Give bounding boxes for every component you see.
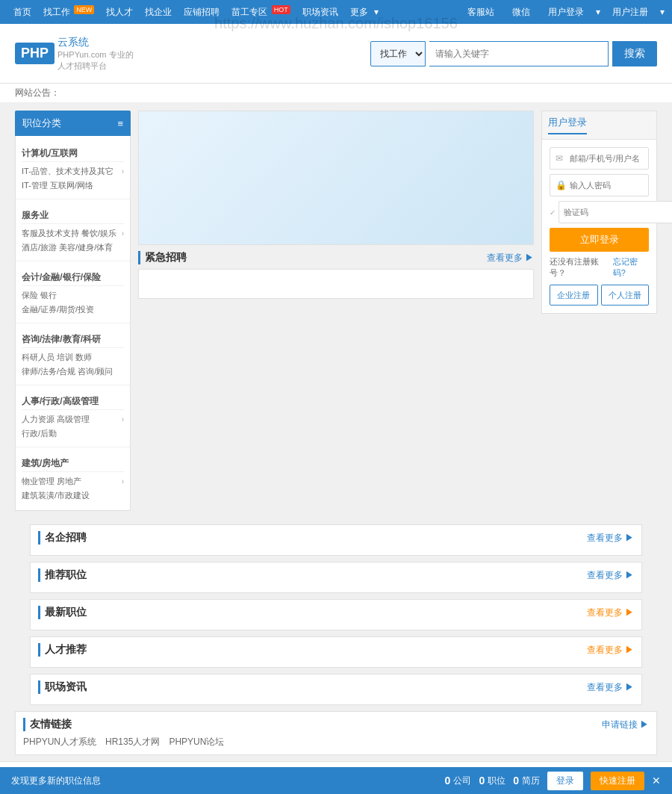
friends-title: 友情链接 xyxy=(23,718,72,731)
search-button[interactable]: 搜索 xyxy=(612,41,657,66)
urgent-more-link[interactable]: 查看更多 ▶ xyxy=(487,252,534,264)
personal-register-button[interactable]: 个人注册 xyxy=(601,285,650,305)
nav-customer-service[interactable]: 客服站 xyxy=(467,6,494,19)
logo-image: PHP 云系统 PHPYun.com 专业的人才招聘平台 xyxy=(15,35,134,72)
stat-resume: 0 简历 xyxy=(513,775,540,787)
workplace-more-link[interactable]: 查看更多 ▶ xyxy=(587,681,634,694)
talent-title: 人才推荐 xyxy=(38,643,87,657)
login-title-text: 用户登录 xyxy=(548,116,587,134)
nav-store-recruit[interactable]: 应铺招聘 xyxy=(184,6,220,19)
captcha-row: ✓ 4¹³⁷ 换一换？ xyxy=(550,201,649,223)
main-content: 职位分类 ≡ 计算机/互联网 IT-品管、技术支持及其它 › IT-管理 互联网… xyxy=(0,103,672,518)
latest-title: 最新职位 xyxy=(38,606,87,619)
cat-group-hr: 人事/行政/高级管理 人力资源 高级管理 › 行政/后勤 xyxy=(16,388,130,444)
banner-area xyxy=(138,111,534,245)
nav-worker-zone[interactable]: 苗工专区 HOT xyxy=(231,6,290,19)
nav-find-company[interactable]: 找企业 xyxy=(145,6,172,19)
top-navigation: 首页 找工作 NEW 找人才 找企业 应铺招聘 苗工专区 HOT 职场资讯 更多… xyxy=(0,0,672,24)
cat-title-finance: 会计/金融/银行/保险 xyxy=(22,269,124,286)
cat-title-real-estate: 建筑/房地产 xyxy=(22,455,124,472)
cat-item-re-2[interactable]: 建筑装潢/市政建设 xyxy=(22,489,124,503)
cat-item-consult-2[interactable]: 律师/法务/合规 咨询/顾问 xyxy=(22,365,124,379)
center-column: 紧急招聘 查看更多 ▶ xyxy=(138,111,534,511)
header: PHP 云系统 PHPYun.com 专业的人才招聘平台 找工作 找人才 搜索 xyxy=(0,24,672,84)
bottom-bar-text: 发现更多新的职位信息 xyxy=(11,775,438,787)
stat-company-label: 公司 xyxy=(453,775,471,787)
logo-php: PHP xyxy=(15,43,55,64)
talent-section: 人才推荐 查看更多 ▶ xyxy=(30,636,642,668)
logo-site: PHPYun.com 专业的人才招聘平台 xyxy=(57,49,134,72)
workplace-title: 职场资讯 xyxy=(38,680,87,694)
nav-workplace-news[interactable]: 职场资讯 xyxy=(302,6,338,19)
cat-arrow-icon-2: › xyxy=(122,229,124,238)
stat-resume-num: 0 xyxy=(513,775,519,787)
cat-title-hr: 人事/行政/高级管理 xyxy=(22,393,124,410)
forgot-password-link[interactable]: 忘记密码? xyxy=(613,256,649,279)
latest-more-link[interactable]: 查看更多 ▶ xyxy=(587,607,634,619)
bottom-register-button[interactable]: 快速注册 xyxy=(591,772,644,790)
friend-link-phpyun[interactable]: PHPYUN人才系统 xyxy=(23,736,96,748)
recommended-more-link[interactable]: 查看更多 ▶ xyxy=(587,569,634,582)
badge-new: NEW xyxy=(74,5,94,14)
friend-link-phpyun-forum[interactable]: PHPYUN论坛 xyxy=(169,736,224,748)
stat-jobs: 0 职位 xyxy=(479,775,505,787)
nav-right: 客服站 微信 用户登录▾ 用户注册▾ xyxy=(461,6,665,19)
cat-group-real-estate: 建筑/房地产 物业管理 房地产 › 建筑装潢/市政建设 xyxy=(16,450,130,506)
cat-item-it-1[interactable]: IT-品管、技术支持及其它 › xyxy=(22,164,124,179)
sidebar-menu-icon[interactable]: ≡ xyxy=(117,118,123,129)
cat-item-hr-1[interactable]: 人力资源 高级管理 › xyxy=(22,412,124,427)
badge-hot: HOT xyxy=(272,5,290,14)
talent-more-link[interactable]: 查看更多 ▶ xyxy=(587,644,634,657)
cat-item-re-1[interactable]: 物业管理 房地产 › xyxy=(22,474,124,489)
cat-item-consult-1[interactable]: 科研人员 培训 数师 xyxy=(22,350,124,365)
cat-item-service-2[interactable]: 酒店/旅游 美容/健身/体育 xyxy=(22,241,124,255)
username-group: ✉ xyxy=(550,147,649,170)
cat-item-service-1[interactable]: 客服及技术支持 餐饮/娱乐 › xyxy=(22,226,124,241)
username-input[interactable] xyxy=(550,147,649,170)
famous-more-link[interactable]: 查看更多 ▶ xyxy=(587,532,634,545)
nav-find-talent[interactable]: 找人才 xyxy=(106,6,133,19)
recommended-title: 推荐职位 xyxy=(38,568,87,582)
cat-divider-2 xyxy=(16,261,130,261)
right-column: 用户登录 ✉ 🔒 ✓ 4¹³⁷ 换一换？ 立即登录 xyxy=(541,111,657,511)
search-type-select[interactable]: 找工作 找人才 xyxy=(370,41,426,66)
nav-user-login[interactable]: 用户登录 xyxy=(548,6,584,19)
cat-item-finance-1[interactable]: 保险 银行 xyxy=(22,288,124,303)
stat-jobs-num: 0 xyxy=(479,775,485,787)
cat-item-hr-2[interactable]: 行政/后勤 xyxy=(22,427,124,441)
sidebar-header: 职位分类 ≡ xyxy=(15,111,131,136)
search-bar: 找工作 找人才 搜索 xyxy=(370,41,657,66)
cat-divider-3 xyxy=(16,323,130,323)
famous-title: 名企招聘 xyxy=(38,531,87,545)
sidebar: 职位分类 ≡ 计算机/互联网 IT-品管、技术支持及其它 › IT-管理 互联网… xyxy=(15,111,131,511)
recommended-header: 推荐职位 查看更多 ▶ xyxy=(38,568,634,582)
friends-section: 友情链接 申请链接 ▶ PHPYUN人才系统 HR135人才网 PHPYUN论坛 xyxy=(15,711,657,755)
lock-icon: 🔒 xyxy=(556,180,567,190)
friend-link-hr135[interactable]: HR135人才网 xyxy=(105,736,160,748)
captcha-input[interactable] xyxy=(559,201,672,223)
cat-group-consult: 咨询/法律/教育/科研 科研人员 培训 数师 律师/法务/合规 咨询/顾问 xyxy=(16,326,130,382)
famous-header: 名企招聘 查看更多 ▶ xyxy=(38,531,634,545)
bottom-bar: 发现更多新的职位信息 0 公司 0 职位 0 简历 登录 快速注册 ✕ xyxy=(0,767,672,794)
recommended-section: 推荐职位 查看更多 ▶ xyxy=(30,562,642,593)
nav-home[interactable]: 首页 xyxy=(13,6,31,19)
login-title: 用户登录 xyxy=(542,111,656,140)
cat-divider-5 xyxy=(16,447,130,447)
bottom-sections: 名企招聘 查看更多 ▶ 推荐职位 查看更多 ▶ 最新职位 查看更多 ▶ 人才推荐… xyxy=(0,524,672,755)
friends-more-link[interactable]: 申请链接 ▶ xyxy=(602,719,649,731)
nav-wechat[interactable]: 微信 xyxy=(512,6,530,19)
search-input[interactable] xyxy=(429,41,609,66)
cat-item-finance-2[interactable]: 金融/证券/期货/投资 xyxy=(22,303,124,317)
bottom-login-button[interactable]: 登录 xyxy=(547,772,583,790)
login-button[interactable]: 立即登录 xyxy=(550,228,649,252)
enterprise-register-button[interactable]: 企业注册 xyxy=(550,285,598,305)
cat-item-it-2[interactable]: IT-管理 互联网/网络 xyxy=(22,179,124,193)
nav-user-register[interactable]: 用户注册 xyxy=(612,6,648,19)
workplace-header: 职场资讯 查看更多 ▶ xyxy=(38,680,634,694)
bottom-close-button[interactable]: ✕ xyxy=(652,775,661,787)
password-group: 🔒 xyxy=(550,174,649,196)
nav-more[interactable]: 更多 xyxy=(350,6,368,19)
nav-find-job[interactable]: 找工作 NEW xyxy=(43,6,94,19)
logo-cloud-text: 云系统 xyxy=(57,36,89,48)
famous-section: 名企招聘 查看更多 ▶ xyxy=(30,524,642,556)
